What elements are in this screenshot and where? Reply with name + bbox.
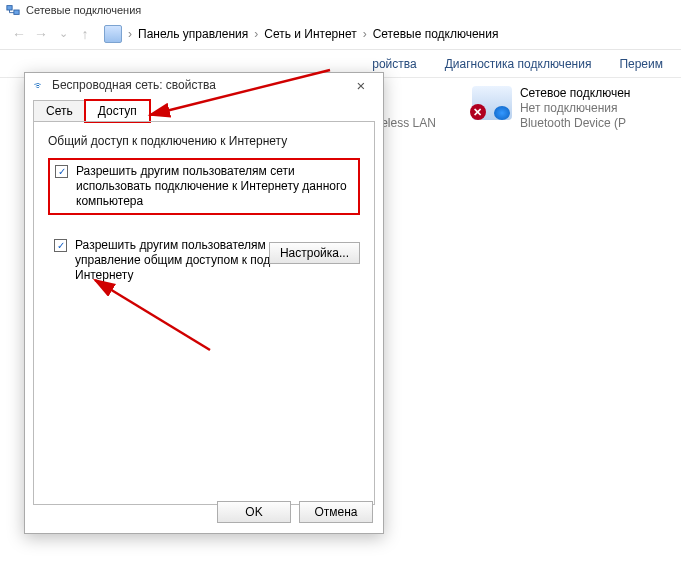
button-label: Отмена: [314, 505, 357, 519]
adapter-device: Bluetooth Device (P: [520, 116, 630, 131]
recent-locations-button[interactable]: ⌄: [54, 25, 72, 43]
forward-button[interactable]: →: [32, 25, 50, 43]
chevron-right-icon: ›: [128, 27, 132, 41]
nav-bar: ← → ⌄ ↑ › Панель управления › Сеть и Инт…: [0, 18, 681, 50]
button-label: Настройка...: [280, 246, 349, 260]
wifi-icon: ᯤ: [33, 78, 46, 93]
close-button[interactable]: ×: [345, 77, 377, 94]
toolbar-setup[interactable]: ройства: [372, 57, 416, 71]
button-label: OK: [245, 505, 262, 519]
checkbox-allow-sharing[interactable]: Разрешить другим пользователям сети испо…: [48, 158, 360, 215]
ok-button[interactable]: OK: [217, 501, 291, 523]
settings-button[interactable]: Настройка...: [269, 242, 360, 264]
svg-rect-1: [14, 10, 19, 14]
properties-dialog: ᯤ Беспроводная сеть: свойства × Сеть Дос…: [24, 72, 384, 534]
network-connections-icon: [6, 3, 20, 17]
checkbox-label: Разрешить другим пользователям сети испо…: [76, 164, 353, 209]
tab-panel-sharing: Общий доступ к подключению к Интернету Р…: [33, 121, 375, 505]
tab-label: Сеть: [46, 104, 73, 118]
tab-network[interactable]: Сеть: [33, 100, 86, 122]
breadcrumb-network-internet[interactable]: Сеть и Интернет: [264, 27, 356, 41]
cancel-button[interactable]: Отмена: [299, 501, 373, 523]
adapter-name: Сетевое подключен: [520, 86, 630, 101]
adapter-status: Нет подключения: [520, 101, 630, 116]
window-title: Сетевые подключения: [26, 4, 141, 16]
checkbox-icon: [54, 239, 67, 252]
network-adapter-icon: [472, 86, 512, 120]
tab-strip: Сеть Доступ: [25, 97, 383, 121]
adapter-item[interactable]: Сетевое подключен Нет подключения Blueto…: [472, 86, 663, 131]
chevron-right-icon: ›: [254, 27, 258, 41]
back-button[interactable]: ←: [10, 25, 28, 43]
section-heading: Общий доступ к подключению к Интернету: [48, 134, 360, 148]
tab-label: Доступ: [98, 104, 137, 118]
control-panel-icon: [104, 25, 122, 43]
dialog-titlebar: ᯤ Беспроводная сеть: свойства ×: [25, 73, 383, 97]
window-titlebar: Сетевые подключения: [0, 0, 681, 18]
toolbar-diagnostics[interactable]: Диагностика подключения: [445, 57, 592, 71]
svg-rect-0: [7, 6, 12, 10]
checkbox-icon: [55, 165, 68, 178]
dialog-title: Беспроводная сеть: свойства: [52, 78, 216, 92]
chevron-right-icon: ›: [363, 27, 367, 41]
breadcrumb[interactable]: › Панель управления › Сеть и Интернет › …: [104, 25, 498, 43]
toolbar-rename[interactable]: Переим: [619, 57, 663, 71]
breadcrumb-control-panel[interactable]: Панель управления: [138, 27, 248, 41]
breadcrumb-network-connections[interactable]: Сетевые подключения: [373, 27, 499, 41]
tab-sharing[interactable]: Доступ: [85, 100, 150, 122]
up-button[interactable]: ↑: [76, 25, 94, 43]
